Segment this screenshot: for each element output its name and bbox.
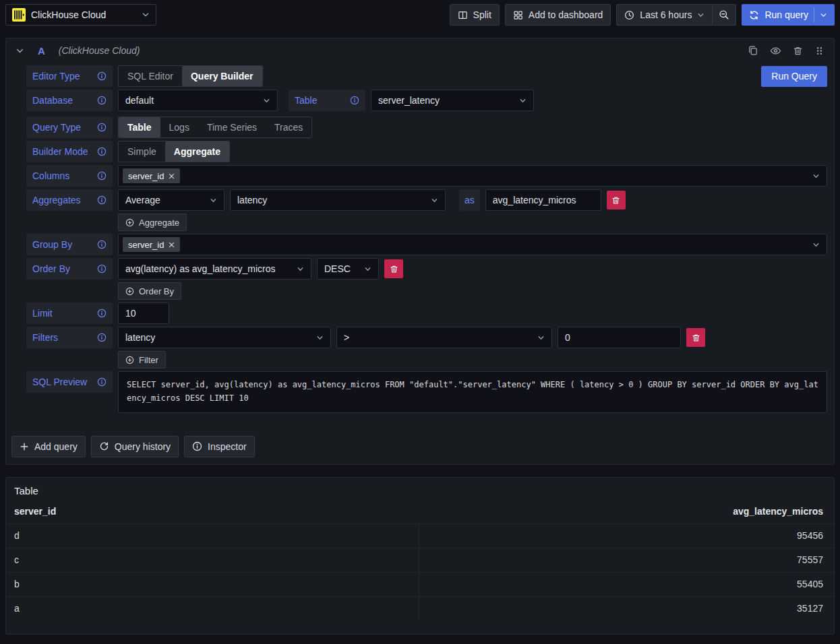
info-circle-icon [192,441,202,451]
info-icon[interactable] [350,96,359,105]
panel-title: Table [6,478,834,505]
add-query-button[interactable]: Add query [11,436,86,457]
run-query-label: Run query [764,9,808,20]
aggregate-alias-input[interactable] [485,189,601,211]
limit-input[interactable] [118,302,169,324]
query-type-table[interactable]: Table [119,117,160,137]
remove-aggregate-button[interactable] [607,191,626,210]
editor-type-toggle: SQL Editor Query Builder [118,65,263,87]
filter-column-select[interactable]: latency [118,327,331,348]
info-icon[interactable] [97,240,107,249]
query-row-actions [748,45,824,57]
columns-label: Columns [26,165,113,187]
query-row-header: A (ClickHouse Cloud) [6,38,834,63]
info-icon[interactable] [97,309,107,318]
datasource-picker[interactable]: ClickHouse Cloud [5,4,156,26]
info-icon[interactable] [97,171,107,181]
sql-preview-label: SQL Preview [26,371,113,393]
inspector-button[interactable]: Inspector [184,436,255,457]
table-row[interactable]: a 35127 [6,596,834,620]
info-icon[interactable] [97,147,107,156]
aggregates-row: Aggregates Average latency as [26,189,827,211]
remove-order-by-button[interactable] [384,259,403,278]
table-result-panel: Table server_id avg_latency_micros d 954… [5,477,835,635]
drag-handle-icon[interactable] [814,46,824,56]
editor-type-sql-editor[interactable]: SQL Editor [119,66,182,86]
chevron-down-icon [210,197,217,204]
split-button[interactable]: Split [450,4,500,26]
remove-tag-icon[interactable] [169,242,175,248]
zoom-out-icon [719,9,729,20]
run-query-inline-button[interactable]: Run Query [761,66,827,87]
query-datasource-hint: (ClickHouse Cloud) [59,45,140,56]
info-icon[interactable] [97,96,107,105]
chevron-down-icon [297,265,304,273]
editor-type-row: Editor Type SQL Editor Query Builder Run… [26,65,827,87]
order-by-direction-select[interactable]: DESC [317,258,379,280]
database-label: Database [26,90,113,111]
group-by-row: Group By server_id [26,234,827,255]
query-type-time-series[interactable]: Time Series [198,117,266,137]
datasource-name: ClickHouse Cloud [31,9,136,20]
add-aggregate-button[interactable]: Aggregate [118,214,187,231]
add-to-dashboard-label: Add to dashboard [529,9,603,20]
circle-plus-icon [125,287,134,296]
explore-toolbar: ClickHouse Cloud Split Add to dashboard … [0,0,840,30]
run-query-button[interactable]: Run query [742,4,835,26]
column-header-avg-latency[interactable]: avg_latency_micros [419,506,823,517]
order-by-field-select[interactable]: avg(latency) as avg_latency_micros [118,258,311,280]
group-by-multiselect[interactable]: server_id [118,234,827,255]
query-type-traces[interactable]: Traces [266,117,311,137]
split-label: Split [473,9,491,20]
clock-icon [624,10,634,20]
time-picker-group: Last 6 hours [616,4,736,26]
query-ref-id[interactable]: A [38,45,45,57]
table-row[interactable]: c 75557 [6,548,834,572]
table-select[interactable]: server_latency [371,90,534,111]
query-type-logs[interactable]: Logs [160,117,198,137]
remove-filter-button[interactable] [686,328,705,347]
aggregate-column-select[interactable]: latency [230,189,446,211]
aggregates-label: Aggregates [26,189,113,211]
editor-type-query-builder[interactable]: Query Builder [182,66,262,86]
table-row[interactable]: b 55405 [6,572,834,596]
aggregate-function-select[interactable]: Average [118,189,224,211]
filter-operator-select[interactable]: > [336,327,552,348]
query-type-label: Query Type [26,117,113,138]
add-filter-button[interactable]: Filter [118,351,166,368]
toggle-visibility-icon[interactable] [770,45,781,57]
add-order-by-button[interactable]: Order By [118,282,181,300]
column-header-server-id[interactable]: server_id [14,506,419,517]
info-icon[interactable] [97,264,107,273]
table-row[interactable]: d 95456 [6,523,834,548]
query-type-row: Query Type Table Logs Time Series Traces [26,117,827,138]
duplicate-query-icon[interactable] [748,45,758,56]
group-by-label: Group By [26,234,113,255]
info-icon[interactable] [97,333,107,342]
query-history-button[interactable]: Query history [91,436,179,457]
columns-multiselect[interactable]: server_id [118,165,827,187]
database-select[interactable]: default [118,90,278,111]
info-icon[interactable] [97,377,107,387]
remove-tag-icon[interactable] [169,173,175,179]
chevron-down-icon[interactable] [820,11,827,19]
info-icon[interactable] [97,123,107,132]
chevron-down-icon [812,241,820,249]
add-filter-row: Filter [118,351,827,368]
chevron-down-icon [263,97,270,104]
chevron-down-icon [142,11,150,19]
builder-mode-row: Builder Mode Simple Aggregate [26,141,827,162]
chevron-down-icon [519,97,527,104]
builder-mode-aggregate[interactable]: Aggregate [165,141,229,162]
collapse-chevron-icon[interactable] [16,46,24,55]
filter-value-input[interactable] [558,327,681,348]
builder-mode-simple[interactable]: Simple [119,141,165,162]
zoom-out-button[interactable] [712,4,736,26]
split-icon [458,10,468,20]
limit-row: Limit [26,302,827,324]
time-range-button[interactable]: Last 6 hours [616,4,713,26]
info-icon[interactable] [97,71,107,81]
remove-query-icon[interactable] [793,46,803,56]
add-to-dashboard-button[interactable]: Add to dashboard [505,4,611,26]
info-icon[interactable] [97,195,107,205]
